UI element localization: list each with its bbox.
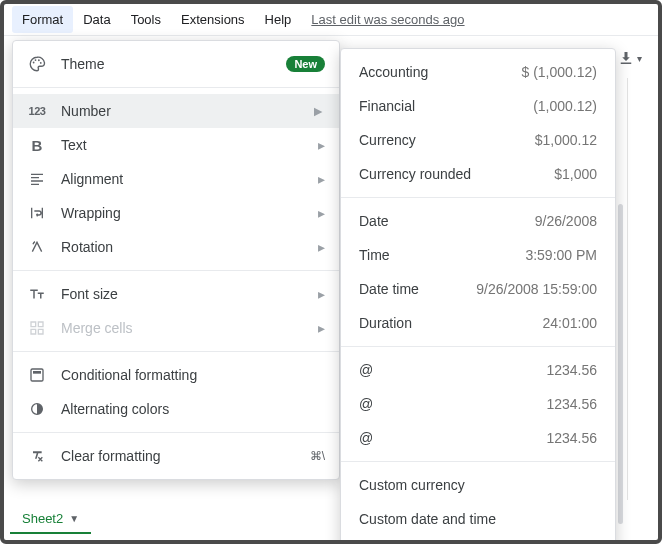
number-format-custom-currency[interactable]: Custom currency (341, 468, 615, 502)
svg-point-3 (40, 62, 42, 64)
format-menu: Theme New 123 Number ► B Text ▸ Alignmen… (12, 40, 340, 480)
number-format-currency[interactable]: Currency $1,000.12 (341, 123, 615, 157)
menu-bar: Format Data Tools Extensions Help Last e… (4, 4, 658, 36)
menu-item-text[interactable]: B Text ▸ (13, 128, 339, 162)
format-label: Time (359, 247, 390, 263)
menu-item-label: Clear formatting (61, 448, 296, 464)
last-edit-link[interactable]: Last edit was seconds ago (311, 12, 464, 27)
menu-item-number[interactable]: 123 Number ► (13, 94, 339, 128)
submenu-arrow-icon: ▸ (318, 137, 325, 153)
format-label: Financial (359, 98, 415, 114)
menu-item-label: Merge cells (61, 320, 304, 336)
submenu-arrow-icon: ▸ (318, 320, 325, 336)
menu-tools[interactable]: Tools (121, 6, 171, 33)
format-example: 9/26/2008 (535, 213, 597, 229)
submenu-arrow-icon: ▸ (318, 205, 325, 221)
menu-item-wrapping[interactable]: Wrapping ▸ (13, 196, 339, 230)
format-label: Duration (359, 315, 412, 331)
grid-line (627, 78, 628, 500)
number-submenu: Accounting $ (1,000.12) Financial (1,000… (340, 48, 616, 544)
sheet-tab-sheet2[interactable]: Sheet2 ▼ (10, 505, 91, 534)
menu-item-conditional-formatting[interactable]: Conditional formatting (13, 358, 339, 392)
format-label: @ (359, 362, 373, 378)
menu-item-clear-formatting[interactable]: Clear formatting ⌘\ (13, 439, 339, 473)
menu-item-label: Conditional formatting (61, 367, 325, 383)
font-size-icon (27, 285, 47, 303)
menu-format[interactable]: Format (12, 6, 73, 33)
format-example: $ (1,000.12) (522, 64, 598, 80)
number-format-financial[interactable]: Financial (1,000.12) (341, 89, 615, 123)
format-label: Accounting (359, 64, 428, 80)
format-example: 3:59:00 PM (525, 247, 597, 263)
format-example: (1,000.12) (533, 98, 597, 114)
separator (13, 87, 339, 88)
wrap-icon (27, 205, 47, 221)
number-format-date[interactable]: Date 9/26/2008 (341, 204, 615, 238)
menu-item-theme[interactable]: Theme New (13, 47, 339, 81)
number-format-accounting[interactable]: Accounting $ (1,000.12) (341, 55, 615, 89)
separator (13, 351, 339, 352)
format-label: Date time (359, 281, 419, 297)
svg-point-2 (38, 59, 40, 61)
number-format-currency-rounded[interactable]: Currency rounded $1,000 (341, 157, 615, 191)
chevron-down-icon: ▼ (69, 513, 79, 524)
separator (341, 346, 615, 347)
menu-item-alternating-colors[interactable]: Alternating colors (13, 392, 339, 426)
theme-icon (27, 55, 47, 73)
format-label: Currency (359, 132, 416, 148)
format-example: 1234.56 (546, 362, 597, 378)
submenu-scrollbar[interactable] (618, 204, 623, 524)
format-label: @ (359, 430, 373, 446)
menu-item-label: Alignment (61, 171, 304, 187)
format-example: 9/26/2008 15:59:00 (476, 281, 597, 297)
svg-point-1 (35, 59, 37, 61)
format-label: @ (359, 396, 373, 412)
menu-extensions[interactable]: Extensions (171, 6, 255, 33)
rotation-icon (27, 239, 47, 255)
menu-item-font-size[interactable]: Font size ▸ (13, 277, 339, 311)
number-format-date-time[interactable]: Date time 9/26/2008 15:59:00 (341, 272, 615, 306)
download-icon[interactable]: ▾ (617, 49, 642, 67)
number-format-duration[interactable]: Duration 24:01:00 (341, 306, 615, 340)
submenu-arrow-icon: ► (311, 103, 325, 119)
menu-item-label: Theme (61, 56, 272, 72)
menu-item-label: Alternating colors (61, 401, 325, 417)
svg-point-0 (33, 62, 35, 64)
menu-item-alignment[interactable]: Alignment ▸ (13, 162, 339, 196)
menu-item-merge-cells: Merge cells ▸ (13, 311, 339, 345)
format-label: Currency rounded (359, 166, 471, 182)
conditional-formatting-icon (27, 367, 47, 383)
clear-formatting-icon (27, 448, 47, 464)
format-label: Date (359, 213, 389, 229)
bold-icon: B (27, 137, 47, 154)
align-icon (27, 171, 47, 187)
submenu-arrow-icon: ▸ (318, 239, 325, 255)
number-icon: 123 (27, 105, 47, 117)
number-format-custom-number-format[interactable]: Custom number format (341, 536, 615, 544)
submenu-arrow-icon: ▸ (318, 286, 325, 302)
number-format-custom-date-time[interactable]: Custom date and time (341, 502, 615, 536)
menu-item-rotation[interactable]: Rotation ▸ (13, 230, 339, 264)
menu-data[interactable]: Data (73, 6, 120, 33)
format-example: $1,000 (554, 166, 597, 182)
keyboard-shortcut: ⌘\ (310, 449, 325, 463)
svg-rect-5 (33, 371, 41, 374)
separator (341, 461, 615, 462)
separator (341, 197, 615, 198)
menu-help[interactable]: Help (255, 6, 302, 33)
svg-rect-4 (31, 369, 43, 381)
menu-item-label: Font size (61, 286, 304, 302)
number-format-custom-a[interactable]: @ 1234.56 (341, 353, 615, 387)
merge-icon (27, 320, 47, 336)
format-example: 24:01:00 (543, 315, 598, 331)
menu-item-label: Number (61, 103, 297, 119)
separator (13, 270, 339, 271)
number-format-time[interactable]: Time 3:59:00 PM (341, 238, 615, 272)
alternating-colors-icon (27, 401, 47, 417)
format-example: $1,000.12 (535, 132, 597, 148)
number-format-custom-c[interactable]: @ 1234.56 (341, 421, 615, 455)
menu-item-label: Rotation (61, 239, 304, 255)
menu-item-label: Text (61, 137, 304, 153)
number-format-custom-b[interactable]: @ 1234.56 (341, 387, 615, 421)
submenu-arrow-icon: ▸ (318, 171, 325, 187)
